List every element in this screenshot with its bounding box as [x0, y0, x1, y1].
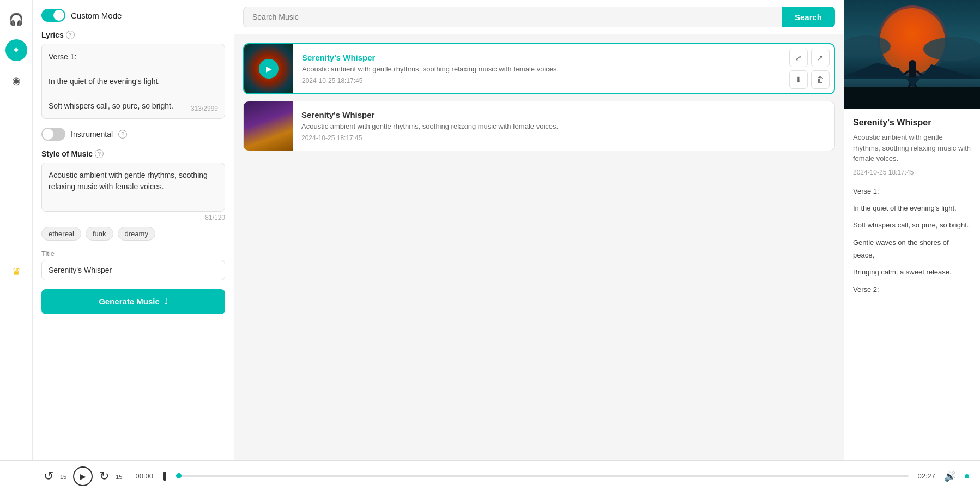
- lyrics-help-icon[interactable]: ?: [66, 31, 75, 39]
- lyrics-box[interactable]: Verse 1: In the quiet of the evening's l…: [41, 44, 225, 119]
- right-lyrics: Verse 1: In the quiet of the evening's l…: [853, 185, 971, 296]
- lyrics-line-4: Bringing calm, a sweet release.: [853, 266, 971, 278]
- bottom-player: ↺ 15 ▶ ↻ 15 00:00 02:27 🔊: [0, 460, 980, 491]
- lyrics-line-2: Soft whispers call, so pure, so bright.: [853, 219, 971, 231]
- instrumental-help-icon[interactable]: ?: [118, 130, 127, 139]
- style-text: Acoustic ambient with gentle rhythms, so…: [49, 171, 208, 191]
- instrumental-row: Instrumental ?: [41, 128, 225, 141]
- tag-funk[interactable]: funk: [86, 227, 113, 241]
- sidebar-icons: 🎧 ✦ ◉ ♛ →: [0, 0, 33, 491]
- track-info-1: Serenity's Whisper Acoustic ambient with…: [293, 44, 785, 93]
- search-bar: Search: [234, 0, 844, 34]
- custom-mode-toggle[interactable]: [41, 9, 65, 22]
- lyrics-line-1: In the quiet of the evening's light,: [853, 202, 971, 214]
- lyrics-line-0: Verse 1:: [853, 185, 971, 197]
- custom-mode-row: Custom Mode: [41, 9, 225, 22]
- style-counter: 81/120: [41, 214, 225, 221]
- style-box[interactable]: Acoustic ambient with gentle rhythms, so…: [41, 163, 225, 212]
- crown-icon[interactable]: ♛: [5, 261, 27, 283]
- play-overlay-1: ▶: [244, 44, 293, 93]
- share-button-1[interactable]: ↗: [811, 49, 830, 67]
- tag-ethereal[interactable]: ethereal: [41, 227, 81, 241]
- delete-button-1[interactable]: 🗑: [811, 70, 830, 89]
- right-title: Serenity's Whisper: [853, 118, 971, 128]
- expand-button-1[interactable]: ⤢: [789, 49, 808, 67]
- lyrics-label: Lyrics ?: [41, 31, 225, 39]
- title-input[interactable]: [41, 260, 225, 280]
- track-title-2: Serenity's Whisper: [301, 110, 826, 119]
- instrumental-toggle[interactable]: [41, 128, 65, 141]
- rewind-button[interactable]: ↺: [44, 469, 53, 483]
- track-card-1[interactable]: ▶ Serenity's Whisper Acoustic ambient wi…: [243, 43, 835, 94]
- svg-point-7: [909, 60, 916, 69]
- svg-rect-12: [844, 87, 980, 109]
- sidebar-bottom: ♛ →: [5, 100, 27, 491]
- disc-icon[interactable]: ◉: [5, 70, 27, 92]
- right-info: Serenity's Whisper Acoustic ambient with…: [844, 109, 980, 309]
- lyrics-line-5: Verse 2:: [853, 283, 971, 296]
- track-desc-2: Acoustic ambient with gentle rhythms, so…: [301, 122, 826, 131]
- rewind-label: 15: [60, 474, 66, 480]
- track-action-row-bottom-1: ⬇ 🗑: [789, 70, 830, 89]
- search-button[interactable]: Search: [782, 7, 835, 27]
- progress-cursor: [163, 472, 166, 481]
- generate-music-button[interactable]: Generate Music ♩: [41, 289, 225, 314]
- lyrics-line-3: Gentle waves on the shores of peace,: [853, 236, 971, 262]
- track-date-2: 2024-10-25 18:17:45: [301, 134, 826, 142]
- track-date-1: 2024-10-25 18:17:45: [302, 77, 776, 85]
- download-button-1[interactable]: ⬇: [789, 70, 808, 89]
- play-pause-button[interactable]: ▶: [73, 466, 93, 486]
- center-panel: Search ▶ Serenity's Whisper Acoustic amb…: [234, 0, 844, 491]
- track-actions-1: ⤢ ↗ ⬇ 🗑: [785, 44, 834, 93]
- right-desc: Acoustic ambient with gentle rhythms, so…: [853, 132, 971, 164]
- headphones-icon[interactable]: 🎧: [5, 9, 27, 31]
- track-card-2[interactable]: Serenity's Whisper Acoustic ambient with…: [243, 101, 835, 151]
- time-start: 00:00: [136, 472, 154, 480]
- title-section: Title: [41, 249, 225, 280]
- lyrics-counter: 313/2999: [191, 104, 218, 114]
- volume-dot: [965, 474, 969, 478]
- style-help-icon[interactable]: ?: [95, 149, 104, 158]
- track-thumbnail-1: ▶: [244, 44, 293, 93]
- play-button-1[interactable]: ▶: [259, 59, 279, 79]
- instrumental-label: Instrumental: [71, 130, 113, 139]
- time-end: 02:27: [917, 472, 935, 480]
- track-title-1: Serenity's Whisper: [302, 53, 776, 62]
- tag-dreamy[interactable]: dreamy: [118, 227, 155, 241]
- volume-icon[interactable]: 🔊: [944, 470, 956, 482]
- tags-row: ethereal funk dreamy: [41, 227, 225, 241]
- forward-button[interactable]: ↻: [99, 469, 109, 483]
- track-thumbnail-2: [244, 101, 293, 151]
- style-label: Style of Music ?: [41, 149, 225, 158]
- right-panel: Serenity's Whisper Acoustic ambient with…: [844, 0, 980, 491]
- search-input[interactable]: [243, 7, 782, 27]
- player-controls: ↺ 15 ▶ ↻ 15: [44, 466, 123, 486]
- forward-label: 15: [116, 474, 122, 480]
- right-date: 2024-10-25 18:17:45: [853, 169, 971, 176]
- music-gen-icon[interactable]: ✦: [5, 39, 27, 61]
- left-panel: Custom Mode Lyrics ? Verse 1: In the qui…: [33, 0, 234, 491]
- right-album-art: [844, 0, 980, 109]
- title-label: Title: [41, 249, 225, 258]
- album-art-svg: [844, 0, 980, 109]
- custom-mode-label: Custom Mode: [71, 11, 122, 20]
- progress-bar[interactable]: [176, 475, 909, 477]
- track-action-row-top-1: ⤢ ↗: [789, 49, 830, 67]
- lyrics-text: Verse 1: In the quiet of the evening's l…: [49, 51, 218, 112]
- tracks-list: ▶ Serenity's Whisper Acoustic ambient wi…: [234, 34, 844, 491]
- track-info-2: Serenity's Whisper Acoustic ambient with…: [293, 101, 834, 151]
- track-desc-1: Acoustic ambient with gentle rhythms, so…: [302, 64, 776, 74]
- progress-dot: [176, 473, 182, 478]
